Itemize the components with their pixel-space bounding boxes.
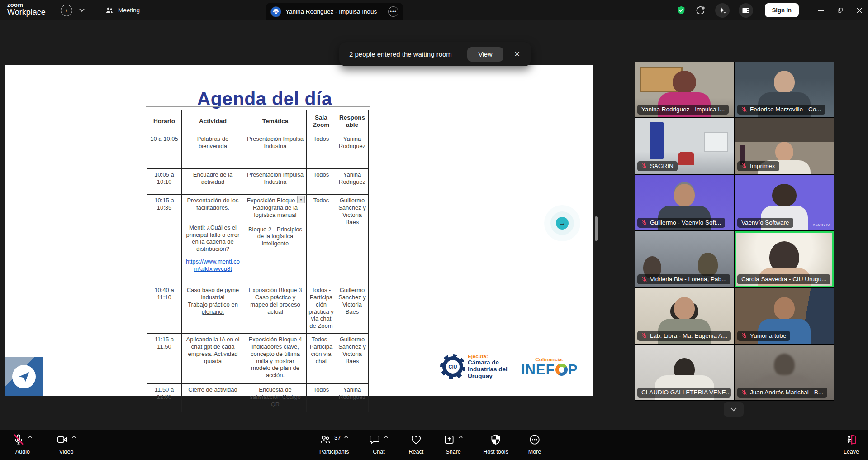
cell-tematica: Presentación Impulsa Industria — [244, 133, 307, 169]
mic-off-icon — [13, 434, 24, 446]
cell-sala: Todos - Participación vía chat — [307, 334, 336, 384]
meeting-toolbar: Audio Video 37 Participants — [0, 430, 868, 460]
participant-nametag: Yunior artobe — [737, 331, 790, 341]
dropdown-icon[interactable]: ▾ — [297, 196, 305, 203]
mic-muted-icon — [741, 163, 747, 169]
col-sala-zoom: Sala Zoom — [307, 110, 336, 133]
video-tile[interactable]: vaenvio Vaenvío Software — [735, 175, 834, 230]
info-icon[interactable]: i — [61, 0, 72, 20]
participant-nametag: Carola Saavedra - CIU Urugu... — [737, 274, 830, 284]
participant-name: Lab. Libra - Ma. Eugenia A... — [650, 332, 727, 339]
sign-in-button[interactable]: Sign in — [765, 3, 799, 17]
toast-close-icon[interactable]: ✕ — [511, 48, 524, 60]
minimize-button[interactable] — [818, 7, 824, 14]
video-tile[interactable]: Lab. Libra - Ma. Eugenia A... — [635, 288, 734, 344]
waiting-room-toast: 2 people entered the waiting room View ✕ — [339, 42, 531, 66]
inefop-logo-block: Cofinancia: INEF P — [521, 357, 578, 377]
participant-nametag: Vaenvío Software — [737, 218, 793, 228]
people-icon — [105, 6, 114, 15]
chair-decor — [678, 152, 694, 165]
next-slide-button[interactable]: → — [556, 217, 569, 230]
heart-icon — [410, 434, 422, 446]
zoom-workplace-window: zoom Workplace i Meeting CIU Yanina Rodr… — [0, 0, 868, 460]
toast-view-button[interactable]: View — [467, 47, 503, 62]
cell-tematica: Exposición Bloque 3 Caso práctico y mape… — [244, 284, 307, 334]
ai-summary-icon[interactable] — [695, 5, 706, 16]
video-tile-active-speaker[interactable]: Carola Saavedra - CIU Urugu... — [735, 231, 834, 287]
cell-tematica: Exposición Bloque 4 Indicadores clave, c… — [244, 334, 307, 384]
participant-gallery: Yanina Rodriguez - Impulsa I... Federico… — [635, 62, 834, 401]
cell-sala: Todos — [307, 133, 336, 169]
cell-horario: 10 a 10:05 — [147, 133, 182, 169]
participant-nametag: Federico Marzovillo - Co... — [737, 105, 825, 115]
participant-video-placeholder — [674, 297, 695, 320]
scrollbar-thumb[interactable] — [595, 216, 598, 241]
video-tile[interactable]: Guillermo - Vaenvío Soft... — [635, 175, 734, 230]
chat-chevron-icon[interactable] — [384, 435, 389, 439]
menti-link[interactable]: https://www.menti.com/alkfxiwvcq8t — [184, 258, 242, 273]
tab-active-meeting[interactable]: CIU Yanina Rodriguez - Impulsa Indus ••• — [266, 3, 403, 20]
share-button[interactable]: Share — [443, 430, 463, 455]
mic-muted-icon — [741, 333, 747, 339]
restore-button[interactable] — [837, 7, 844, 14]
participants-chevron-icon[interactable] — [344, 435, 349, 439]
cell-sala: Todos - Participación práctica y via cha… — [307, 284, 336, 334]
video-tile[interactable]: Juan Andrés Marichal - B... — [735, 345, 834, 400]
video-tile[interactable]: Federico Marzovillo - Co... — [735, 62, 834, 117]
share-chevron-icon[interactable] — [458, 435, 463, 439]
leave-button[interactable]: Leave — [844, 430, 859, 455]
cell-tematica: ▾ Exposición Bloque 1 - Radiografía de l… — [244, 195, 307, 284]
react-label: React — [408, 449, 423, 455]
video-tile[interactable]: Yanina Rodriguez - Impulsa I... — [635, 62, 734, 117]
table-row: 10 a 10:05 Palabras de bienvenida Presen… — [147, 133, 369, 169]
ejecuta-label: Ejecuta: — [468, 354, 509, 359]
video-tile[interactable]: SAGRIN — [635, 118, 734, 174]
participants-button[interactable]: 37 Participants — [319, 430, 349, 455]
security-shield-icon[interactable] — [676, 5, 686, 15]
tab-options-icon[interactable]: ••• — [388, 6, 398, 17]
cell-horario: 10:40 a 11:10 — [147, 284, 182, 334]
cell-responsable: Guillermo Sanchez y Victoria Baes — [336, 284, 369, 334]
audio-button[interactable]: Audio — [13, 430, 33, 455]
video-tile[interactable]: CLAUDIO GALLETERIA VENE... — [635, 345, 734, 400]
chat-button[interactable]: Chat — [369, 430, 389, 455]
video-button[interactable]: Video — [56, 430, 76, 455]
table-row: 10:15 a 10:35 Presentación de los facili… — [147, 195, 369, 284]
react-button[interactable]: React — [408, 430, 423, 455]
participant-name: Vidrieria Bia - Lorena, Pab... — [650, 276, 726, 283]
participant-name: Imprimex — [750, 163, 775, 169]
video-tile[interactable]: Yunior artobe — [735, 288, 834, 344]
chevron-down-icon[interactable] — [76, 0, 88, 20]
meeting-main-area: Agenda del día Horario Actividad Temátic… — [0, 20, 868, 430]
participant-video-placeholder — [774, 297, 795, 320]
video-tile[interactable]: Vidrieria Bia - Lorena, Pab... — [635, 231, 734, 287]
cell-sala: Todos — [307, 195, 336, 284]
cell-horario: 11.50 a 12:00 — [147, 384, 182, 412]
mic-muted-icon — [741, 106, 747, 112]
video-tile[interactable]: Imprimex — [735, 118, 834, 174]
close-button[interactable] — [856, 7, 863, 14]
view-layout-icon[interactable] — [739, 3, 753, 18]
video-options-chevron-icon[interactable] — [71, 435, 76, 439]
inefop-o-icon — [555, 364, 568, 376]
participant-video-placeholder — [674, 184, 695, 206]
audio-label: Audio — [15, 449, 30, 455]
participant-video-placeholder — [774, 354, 795, 376]
more-label: More — [528, 449, 541, 455]
audio-options-chevron-icon[interactable] — [28, 435, 33, 439]
ai-companion-icon[interactable] — [715, 3, 730, 18]
cell-horario: 10:05 a 10:10 — [147, 169, 182, 195]
leave-door-icon — [845, 434, 857, 446]
inefop-wordmark: INEF P — [521, 363, 578, 377]
inefop-text: INEF — [521, 363, 555, 377]
col-horario: Horario — [147, 110, 182, 133]
participant-nametag: SAGRIN — [637, 161, 678, 171]
participant-name: Yunior artobe — [750, 332, 786, 339]
host-tools-button[interactable]: Host tools — [483, 430, 508, 455]
table-row: 10:40 a 11:10 Caso baso de pyme industri… — [147, 284, 369, 334]
more-button[interactable]: More — [528, 430, 541, 455]
tematica-text: Bloque 2 - Principios de la logística in… — [246, 226, 304, 248]
col-responsable: Responsable — [336, 110, 369, 133]
collapse-gallery-button[interactable] — [724, 402, 744, 417]
tab-meeting[interactable]: Meeting — [100, 0, 144, 20]
